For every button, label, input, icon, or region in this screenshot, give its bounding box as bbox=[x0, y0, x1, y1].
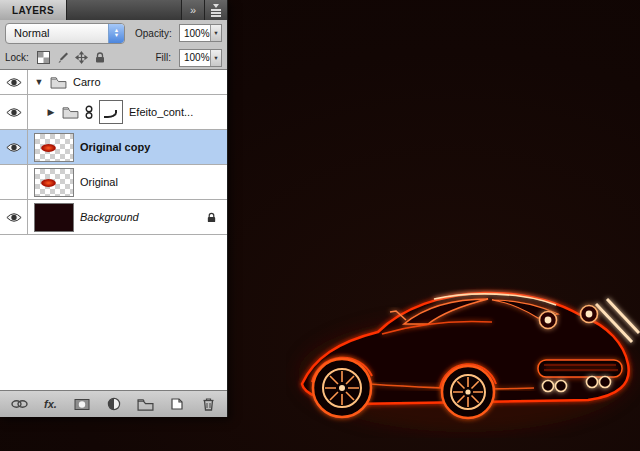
fill-value: 100% bbox=[184, 52, 210, 63]
visibility-toggle[interactable] bbox=[0, 130, 28, 164]
panel-menu-icon bbox=[211, 4, 221, 17]
trash-icon bbox=[202, 397, 215, 411]
blend-opacity-row: Normal ▲▼ Opacity: 100% ▼ bbox=[0, 20, 227, 46]
glowing-car-image bbox=[286, 262, 640, 438]
collapse-icon: » bbox=[190, 4, 196, 16]
visibility-toggle[interactable] bbox=[0, 70, 28, 94]
layer-name: Background bbox=[80, 211, 139, 223]
link-layers-button[interactable] bbox=[10, 395, 28, 413]
opacity-value: 100% bbox=[184, 28, 210, 39]
opacity-dropdown-icon[interactable]: ▼ bbox=[210, 25, 221, 41]
link-icon bbox=[85, 105, 93, 120]
delete-layer-button[interactable] bbox=[199, 395, 217, 413]
layer-row-original[interactable]: Original bbox=[0, 165, 227, 200]
fx-icon: fx. bbox=[44, 398, 57, 410]
layer-row-body: ▼ Carro bbox=[28, 70, 227, 94]
eye-icon bbox=[6, 77, 22, 88]
panel-title: LAYERS bbox=[12, 5, 54, 16]
tab-layers[interactable]: LAYERS bbox=[0, 0, 67, 20]
fill-label: Fill: bbox=[155, 52, 171, 63]
layer-name: Original copy bbox=[80, 141, 150, 153]
fill-dropdown-icon[interactable]: ▼ bbox=[210, 50, 221, 66]
layer-row-body: Original bbox=[28, 165, 227, 199]
blend-mode-value: Normal bbox=[14, 27, 49, 39]
eye-icon bbox=[6, 142, 22, 153]
eye-icon bbox=[6, 107, 22, 118]
adjustment-layer-icon bbox=[107, 397, 121, 411]
tab-bar-spacer bbox=[67, 0, 181, 20]
visibility-toggle[interactable] bbox=[0, 165, 28, 199]
eye-icon bbox=[6, 212, 22, 223]
layer-row-body: ▶ Efeito_cont... bbox=[28, 95, 227, 129]
layer-name: Carro bbox=[73, 76, 101, 88]
disclosure-expanded-icon[interactable]: ▼ bbox=[34, 77, 44, 87]
add-layer-mask-button[interactable] bbox=[73, 395, 91, 413]
new-group-folder-icon bbox=[137, 398, 154, 411]
collapse-panel-button[interactable]: » bbox=[181, 0, 204, 20]
panel-footer: fx. bbox=[0, 390, 227, 417]
lock-fill-row: Lock: Fill: 100% ▼ bbox=[0, 46, 227, 69]
layer-row-background[interactable]: Background bbox=[0, 200, 227, 235]
layer-name: Efeito_cont... bbox=[129, 106, 193, 118]
new-adjustment-layer-button[interactable] bbox=[105, 395, 123, 413]
panel-menu-button[interactable] bbox=[204, 0, 227, 20]
disclosure-collapsed-icon[interactable]: ▶ bbox=[46, 107, 56, 117]
layer-row-body: Background bbox=[28, 200, 227, 234]
thumbnail-car-preview bbox=[41, 144, 56, 152]
lock-paint-icon[interactable] bbox=[55, 51, 70, 65]
new-layer-icon bbox=[170, 397, 184, 411]
layer-row-original-copy[interactable]: Original copy bbox=[0, 130, 227, 165]
layer-thumbnail[interactable] bbox=[34, 168, 74, 197]
background-lock-icon bbox=[206, 211, 217, 224]
folder-icon bbox=[50, 76, 67, 89]
lock-buttons bbox=[36, 51, 108, 65]
visibility-toggle[interactable] bbox=[0, 95, 28, 129]
lock-transparency-icon[interactable] bbox=[36, 51, 51, 65]
group-thumbnail[interactable] bbox=[99, 100, 123, 124]
lock-all-icon[interactable] bbox=[93, 51, 108, 65]
layer-mask-icon bbox=[74, 398, 90, 411]
photoshop-workspace: LAYERS » Normal ▲▼ Opacity: 100% ▼ bbox=[0, 0, 640, 451]
layer-list: ▼ Carro ▶ Efeito_cont... bbox=[0, 69, 227, 390]
layer-row-carro[interactable]: ▼ Carro bbox=[0, 70, 227, 95]
layers-panel: LAYERS » Normal ▲▼ Opacity: 100% ▼ bbox=[0, 0, 228, 417]
layer-styles-button[interactable]: fx. bbox=[42, 395, 60, 413]
lock-label: Lock: bbox=[5, 52, 29, 63]
new-group-button[interactable] bbox=[136, 395, 154, 413]
blend-mode-stepper-icon: ▲▼ bbox=[108, 24, 124, 43]
layer-row-efeito[interactable]: ▶ Efeito_cont... bbox=[0, 95, 227, 130]
thumbnail-car-preview bbox=[41, 179, 56, 187]
layer-row-body: Original copy bbox=[28, 130, 227, 164]
folder-icon bbox=[62, 106, 79, 119]
lock-move-icon[interactable] bbox=[74, 51, 89, 65]
chain-link-icon bbox=[11, 398, 28, 410]
blend-mode-select[interactable]: Normal ▲▼ bbox=[5, 23, 125, 44]
layer-thumbnail[interactable] bbox=[34, 203, 74, 232]
opacity-label: Opacity: bbox=[135, 28, 172, 39]
visibility-toggle[interactable] bbox=[0, 200, 28, 234]
new-layer-button[interactable] bbox=[168, 395, 186, 413]
layer-thumbnail[interactable] bbox=[34, 133, 74, 162]
fill-field[interactable]: 100% ▼ bbox=[179, 49, 222, 67]
layer-name: Original bbox=[80, 176, 118, 188]
opacity-field[interactable]: 100% ▼ bbox=[179, 24, 222, 42]
panel-tab-bar: LAYERS » bbox=[0, 0, 227, 20]
